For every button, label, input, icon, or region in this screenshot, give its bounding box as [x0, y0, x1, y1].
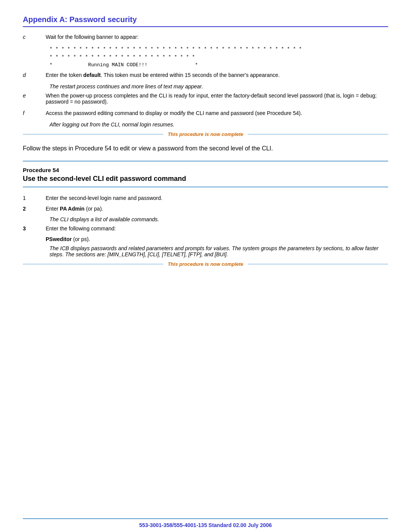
- num-content-3: Enter the following command:: [46, 225, 388, 232]
- step-d: d Enter the token default. This token mu…: [23, 72, 388, 78]
- italic-note-f: After logging out from the CLI, normal l…: [49, 121, 388, 128]
- step-d-bold: default: [83, 72, 101, 78]
- command-block: PSweditor (or ps).: [46, 236, 388, 242]
- procedure-title: Procedure 54: [23, 167, 388, 173]
- command-text-after: (or ps).: [72, 236, 90, 242]
- step-e: e When the power-up process completes an…: [23, 93, 388, 105]
- page-container: Appendix A: Password security c Wait for…: [0, 0, 411, 532]
- num-content-2: Enter PA Admin (or pa).: [46, 206, 388, 212]
- italic-note-2: The CLI displays a list of available com…: [49, 216, 388, 222]
- step-c: c Wait for the following banner to appea…: [23, 34, 388, 40]
- footer-rule: [23, 518, 388, 519]
- command-bold: PSweditor: [46, 236, 72, 242]
- step-c-content: Wait for the following banner to appear:: [46, 34, 388, 40]
- num-step-3: 3 Enter the following command:: [23, 225, 388, 232]
- num-step-1: 1 Enter the second-level login name and …: [23, 195, 388, 201]
- italic-note-d: The restart process continues and more l…: [49, 83, 388, 89]
- step-c-label: c: [23, 34, 46, 40]
- step-f-content: Access the password editing command to d…: [46, 110, 388, 116]
- step2-text-before: Enter: [46, 206, 60, 212]
- num-label-1: 1: [23, 195, 46, 201]
- header-rule: [23, 26, 388, 27]
- complete-line-right-1: [248, 134, 388, 134]
- footer-section: 553-3001-358/555-4001-135 Standard 02.00…: [0, 514, 411, 532]
- num-content-1: Enter the second-level login name and pa…: [46, 195, 388, 201]
- complete-line-left-1: [23, 134, 163, 134]
- num-label-2: 2: [23, 206, 46, 212]
- complete-line-right-2: [248, 264, 388, 264]
- step-d-text-after: . This token must be entered within 15 s…: [101, 72, 280, 78]
- procedure-box: Procedure 54 Use the second-level CLI ed…: [23, 161, 388, 187]
- complete-text-1: This procedure is now complete: [168, 131, 244, 137]
- step-e-content: When the power-up process completes and …: [46, 93, 388, 105]
- page-title: Appendix A: Password security: [23, 15, 388, 24]
- step-d-content: Enter the token default. This token must…: [46, 72, 388, 78]
- complete-text-2: This procedure is now complete: [168, 261, 244, 267]
- follow-steps-paragraph: Follow the steps in Procedure 54 to edit…: [23, 144, 388, 153]
- num-step-2: 2 Enter PA Admin (or pa).: [23, 206, 388, 212]
- numbered-steps: 1 Enter the second-level login name and …: [23, 195, 388, 267]
- code-block: * * * * * * * * * * * * * * * * * * * * …: [49, 45, 388, 69]
- step-d-text-before: Enter the token: [46, 72, 83, 78]
- header-section: Appendix A: Password security: [0, 0, 411, 27]
- step2-bold: PA Admin: [60, 206, 84, 212]
- num-label-3: 3: [23, 225, 46, 232]
- complete-line-left-2: [23, 264, 163, 264]
- step-c-text: Wait for the following banner to appear:: [46, 34, 139, 40]
- procedure-complete-2: This procedure is now complete: [23, 261, 388, 267]
- content-area: c Wait for the following banner to appea…: [0, 34, 411, 267]
- step-d-label: d: [23, 72, 46, 78]
- footer-text: 553-3001-358/555-4001-135 Standard 02.00…: [23, 522, 388, 528]
- step-f: f Access the password editing command to…: [23, 110, 388, 116]
- procedure-subtitle: Use the second-level CLI edit password c…: [23, 175, 388, 183]
- step-f-label: f: [23, 110, 46, 116]
- italic-note-3: The ICB displays passwords and related p…: [49, 245, 388, 257]
- step-e-label: e: [23, 93, 46, 99]
- step2-text-after: (or pa).: [84, 206, 103, 212]
- procedure-complete-1: This procedure is now complete: [23, 131, 388, 137]
